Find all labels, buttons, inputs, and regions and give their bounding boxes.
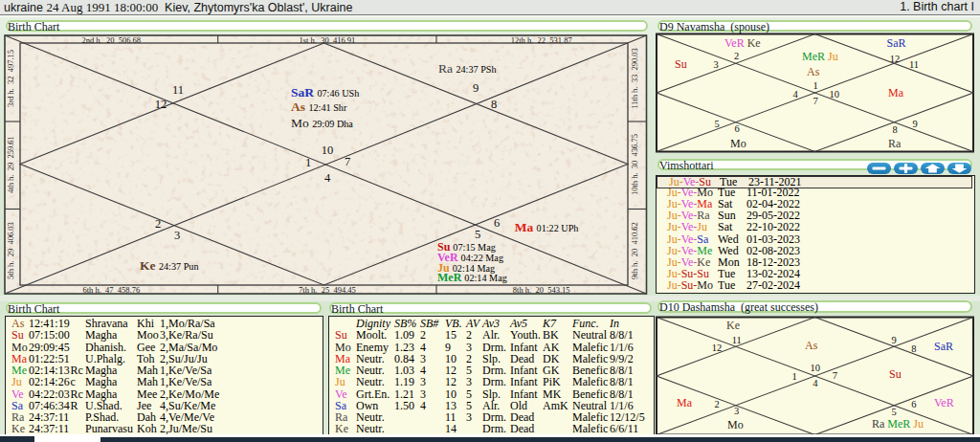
svg-text:6th h. 47 458.76: 6th h. 47 458.76 [82,285,140,295]
svg-text:6: 6 [911,399,916,409]
svg-text:9: 9 [892,335,897,345]
svg-text:As 12:41 Shr: As 12:41 Shr [291,99,347,114]
svg-text:12: 12 [155,98,167,111]
svg-text:5: 5 [892,407,897,417]
svg-text:SaR 07:46 USh: SaR 07:46 USh [291,85,359,99]
svg-text:Ma: Ma [888,86,904,99]
svg-text:2: 2 [155,217,161,231]
svg-text:10: 10 [829,89,839,99]
svg-text:11: 11 [732,335,742,345]
svg-text:8th h. 20 543.15: 8th h. 20 543.15 [513,285,570,295]
svg-text:SaR: SaR [934,340,953,353]
svg-text:Ra 24:37 PSh: Ra 24:37 PSh [438,61,497,76]
svg-text:3: 3 [713,59,718,70]
svg-text:10th h. 30 436.75: 10th h. 30 436.75 [630,134,639,195]
svg-text:7: 7 [813,96,817,106]
svg-text:5: 5 [475,228,480,241]
svg-text:8: 8 [491,98,497,111]
svg-text:5th h. 29 406.03: 5th h. 29 406.03 [6,222,15,279]
svg-text:VeR: VeR [934,396,954,409]
svg-text:2: 2 [714,399,719,409]
svg-text:7th h. 25 494.45: 7th h. 25 494.45 [299,285,356,295]
svg-text:3: 3 [734,406,739,416]
svg-text:1: 1 [813,80,817,91]
svg-text:11: 11 [909,59,919,70]
svg-text:9: 9 [912,119,917,129]
svg-text:Ra: Ra [888,137,902,150]
svg-text:Ke 24:37 Pun: Ke 24:37 Pun [140,258,198,273]
svg-text:1st h. 30 416.91: 1st h. 30 416.91 [300,35,356,45]
svg-text:11th h. 33 290.03: 11th h. 33 290.03 [630,48,639,109]
svg-text:3rd h. 32 497.15: 3rd h. 32 497.15 [6,50,15,107]
svg-text:MeR Ju: MeR Ju [802,50,838,63]
svg-text:11: 11 [172,83,184,97]
svg-text:Ra MeR Ju: Ra MeR Ju [872,417,924,431]
svg-text:12: 12 [890,54,901,64]
svg-text:Mo: Mo [727,418,744,431]
svg-text:1: 1 [305,156,311,169]
svg-text:Ke: Ke [726,319,740,332]
svg-text:2nd h. 20 506.68: 2nd h. 20 506.68 [81,35,141,45]
svg-text:4: 4 [792,89,798,99]
svg-text:6: 6 [494,216,500,230]
svg-text:12th h. 22 531.87: 12th h. 22 531.87 [511,35,572,45]
svg-text:4: 4 [813,378,818,388]
svg-text:Mo 29:09 Dha: Mo 29:09 Dha [291,116,353,130]
svg-text:12: 12 [712,343,723,353]
svg-text:As: As [805,339,818,352]
svg-text:2: 2 [734,51,739,61]
svg-text:Ma: Ma [677,396,693,409]
svg-text:VeR Ke: VeR Ke [724,36,761,50]
svg-text:6: 6 [734,123,739,134]
svg-text:1: 1 [792,371,797,382]
svg-text:5: 5 [714,119,719,129]
svg-text:9th h. 20 410.62: 9th h. 20 410.62 [630,222,639,279]
svg-text:4: 4 [324,171,331,185]
svg-text:8: 8 [892,124,897,135]
svg-text:7: 7 [833,370,837,381]
svg-text:Su: Su [889,367,902,381]
svg-text:10: 10 [811,363,821,373]
svg-text:9: 9 [473,81,479,95]
svg-text:8: 8 [911,343,916,354]
svg-text:MeR 02:14 Mag: MeR 02:14 Mag [437,271,507,284]
svg-text:7: 7 [345,155,350,168]
svg-text:Su: Su [675,57,687,71]
svg-text:4th h. 29 259.61: 4th h. 29 259.61 [6,136,15,193]
svg-text:SaR: SaR [887,36,906,50]
svg-text:3: 3 [174,229,180,242]
svg-text:Ma 01:22 UPh: Ma 01:22 UPh [515,220,579,234]
svg-text:Mo: Mo [730,137,746,150]
svg-text:10: 10 [322,144,334,157]
svg-text:As: As [807,65,820,78]
